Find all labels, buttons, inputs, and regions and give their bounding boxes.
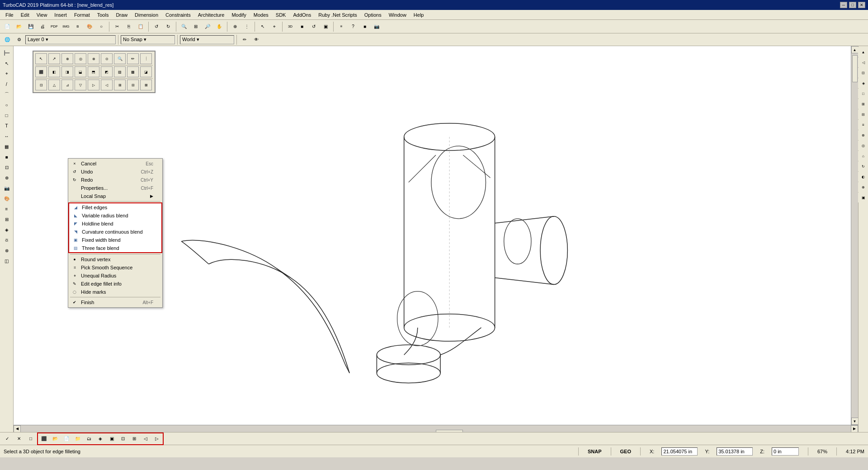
- bt-g6[interactable]: ◈: [95, 434, 106, 444]
- tb-save[interactable]: 💾: [25, 22, 36, 32]
- sidebar-render[interactable]: 🎨: [1, 193, 12, 203]
- ft-cube8[interactable]: ▩: [127, 66, 139, 77]
- menu-dimension[interactable]: Dimension: [131, 10, 162, 19]
- menu-architecture[interactable]: Architecture: [194, 10, 228, 19]
- ft-mod3[interactable]: ⊿: [61, 80, 73, 90]
- ctx-curvature[interactable]: ◥ Curvature continuous blend: [69, 228, 161, 236]
- bt-g4[interactable]: 📁: [72, 434, 83, 444]
- tb-pan[interactable]: ✋: [214, 22, 225, 32]
- tb-render2[interactable]: ■: [359, 22, 370, 32]
- ctx-localsnap[interactable]: Local Snap ▶: [68, 192, 162, 200]
- ft-cube4[interactable]: ⬓: [75, 66, 86, 77]
- tb-print[interactable]: 🖨: [37, 22, 48, 32]
- tb-export-pdf[interactable]: PDF: [49, 22, 60, 32]
- tb-solid[interactable]: ■: [297, 22, 307, 32]
- ctx-fillet-edges[interactable]: ◢ Fillet edges: [69, 203, 161, 212]
- bt-g5[interactable]: 🗂: [84, 434, 94, 444]
- tb-zoom-out[interactable]: 🔎: [202, 22, 213, 32]
- menu-addons[interactable]: AddOns: [289, 10, 315, 19]
- ft-grid[interactable]: ⋮: [140, 53, 152, 64]
- rs-btn1[interactable]: ▲: [858, 47, 868, 57]
- menu-window[interactable]: Window: [385, 10, 410, 19]
- tb-new[interactable]: 📄: [2, 22, 13, 32]
- bt-check[interactable]: ✓: [2, 434, 13, 444]
- ft-mod2[interactable]: △: [48, 80, 60, 90]
- ctx-edit-fillet[interactable]: ✎ Edit edge fillet info: [68, 280, 162, 288]
- tb2-settings[interactable]: ⚙: [14, 35, 24, 45]
- rs-btn13[interactable]: ◐: [858, 172, 868, 182]
- tb-export-img[interactable]: IMG: [61, 22, 71, 32]
- ft-pen[interactable]: ✏: [127, 53, 139, 64]
- menu-constraints[interactable]: Constraints: [162, 10, 194, 19]
- tb2-eye[interactable]: 👁: [251, 35, 262, 45]
- sidebar-misc2[interactable]: ◈: [1, 225, 12, 235]
- ft-icon2[interactable]: ◎: [75, 53, 86, 64]
- tb-select[interactable]: ↖: [257, 22, 268, 32]
- tb2-mark[interactable]: ✏: [239, 35, 250, 45]
- bt-g2[interactable]: 📂: [50, 434, 61, 444]
- tb-snap-pts[interactable]: ⊕: [230, 22, 241, 32]
- bt-g9[interactable]: ⊞: [129, 434, 140, 444]
- bt-g3[interactable]: 📄: [61, 434, 72, 444]
- tb-layers[interactable]: ≡: [336, 22, 347, 32]
- tb-zoom-fit[interactable]: ⊞: [190, 22, 201, 32]
- menu-format[interactable]: Format: [71, 10, 94, 19]
- sidebar-misc1[interactable]: ⊞: [1, 214, 12, 224]
- sidebar-arc[interactable]: ⌒: [1, 89, 12, 99]
- rs-btn2[interactable]: ◁: [858, 57, 868, 67]
- sidebar-misc4[interactable]: ⊗: [1, 245, 12, 255]
- sidebar-modify[interactable]: ⊡: [1, 162, 12, 172]
- menu-file[interactable]: File: [2, 10, 17, 19]
- y-coord-input[interactable]: [717, 447, 753, 456]
- ctx-unequal-radius[interactable]: ⌖ Unequal Radius: [68, 272, 162, 280]
- ft-mod1[interactable]: ⊡: [35, 80, 47, 90]
- rs-btn14[interactable]: ⊕: [858, 182, 868, 192]
- sidebar-camera[interactable]: 📷: [1, 183, 12, 193]
- menu-tools[interactable]: Tools: [94, 10, 113, 19]
- ft-mod6[interactable]: ◁: [101, 80, 113, 90]
- ft-cube6[interactable]: ◩: [101, 66, 113, 77]
- ft-icon4[interactable]: ⊙: [101, 53, 113, 64]
- z-coord-input[interactable]: [772, 447, 799, 456]
- sidebar-hatch[interactable]: ▦: [1, 141, 12, 151]
- tb-redo[interactable]: ↻: [163, 22, 174, 32]
- tb-cam[interactable]: 📷: [371, 22, 382, 32]
- menu-help[interactable]: Help: [410, 10, 428, 19]
- rs-btn11[interactable]: ⌂: [858, 151, 868, 161]
- bt-g1[interactable]: ⬛: [38, 434, 49, 444]
- sidebar-layers[interactable]: ≡: [1, 204, 12, 214]
- ft-select[interactable]: ↖: [35, 53, 47, 64]
- menu-edit[interactable]: Edit: [17, 10, 33, 19]
- rs-btn10[interactable]: ◎: [858, 141, 868, 150]
- geo-label[interactable]: GEO: [620, 449, 631, 454]
- v-scroll-thumb[interactable]: [852, 55, 858, 82]
- ft-cube5[interactable]: ⬒: [88, 66, 99, 77]
- ft-cube1[interactable]: ⬛: [35, 66, 47, 77]
- rs-btn7[interactable]: ⊟: [858, 109, 868, 119]
- rs-btn15[interactable]: ▣: [858, 193, 868, 202]
- tb-circle-render[interactable]: ○: [96, 22, 107, 32]
- tb-cut[interactable]: ✂: [112, 22, 123, 32]
- sidebar-text[interactable]: T: [1, 121, 12, 131]
- ctx-pick-smooth[interactable]: ⌗ Pick Smooth Sequence: [68, 263, 162, 272]
- snap-dropdown[interactable]: No Snap ▾: [121, 35, 175, 44]
- bt-g7[interactable]: ▣: [106, 434, 117, 444]
- tb-render[interactable]: 🎨: [84, 22, 95, 32]
- menu-options[interactable]: Options: [361, 10, 385, 19]
- ft-icon1[interactable]: ⊕: [61, 53, 73, 64]
- tb-help[interactable]: ?: [348, 22, 359, 32]
- tb2-world[interactable]: 🌐: [2, 35, 13, 45]
- layer-dropdown[interactable]: Layer 0 ▾: [25, 35, 116, 44]
- ctx-finish[interactable]: ✔ Finish Alt+F: [68, 298, 162, 306]
- ctx-round-vertex[interactable]: ● Round vertex: [68, 255, 162, 263]
- tb-extrude[interactable]: 3D: [285, 22, 296, 32]
- menu-insert[interactable]: Insert: [51, 10, 71, 19]
- ft-mod9[interactable]: ⊠: [140, 80, 152, 90]
- ft-select2[interactable]: ↗: [48, 53, 60, 64]
- tb-paste[interactable]: 📋: [135, 22, 146, 32]
- tb-undo[interactable]: ↺: [151, 22, 162, 32]
- maximize-button[interactable]: □: [849, 2, 856, 8]
- canvas-area[interactable]: ↖ ↗ ⊕ ◎ ⊗ ⊙ 🔍 ✏ ⋮ ⬛ ◧ ◨ ⬓ ⬒ ◩ ▨ ▩ ◪ ⊡ △: [14, 46, 858, 432]
- ctx-cancel[interactable]: × Cancel Esc: [68, 160, 162, 168]
- tb-3dobj[interactable]: ▣: [320, 22, 331, 32]
